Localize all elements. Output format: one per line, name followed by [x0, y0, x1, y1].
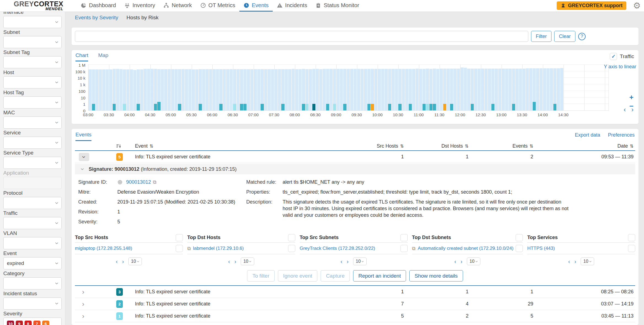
traffic-checkbox[interactable]: ✓ [610, 53, 617, 60]
pager-prev[interactable]: ‹ [228, 258, 230, 265]
nav-item-events[interactable]: Events [239, 0, 273, 12]
col-events[interactable]: Events⇅ [488, 143, 553, 149]
select-all-checkbox[interactable] [176, 234, 183, 241]
filter-select-traffic[interactable]: › [3, 217, 62, 229]
nav-item-ot-metrics[interactable]: OT Metrics [196, 0, 239, 12]
expand-row-chevron[interactable]: › [75, 312, 84, 320]
item-checkbox[interactable] [628, 245, 635, 252]
pager-prev[interactable]: ‹ [340, 258, 342, 265]
export-data-link[interactable]: Export data [575, 132, 600, 138]
top-item-link[interactable]: labmendel (172.29.10.6) [193, 246, 244, 251]
item-checkbox[interactable] [176, 245, 183, 252]
select-all-checkbox[interactable] [628, 234, 635, 241]
y-axis-linear-link[interactable]: Y axis to linear [604, 64, 636, 70]
chevron-down-icon: › [54, 142, 60, 144]
col-src-hosts[interactable]: Src Hosts⇅ [358, 143, 423, 149]
signature-id-link[interactable]: 900013012 [126, 179, 151, 185]
filter-select-incident-status[interactable]: › [3, 297, 62, 310]
pager-prev[interactable]: ‹ [116, 258, 118, 265]
chevron-down-icon: › [54, 21, 60, 23]
col-dst-hosts[interactable]: Dst Hosts⇅ [423, 143, 488, 149]
help-icon[interactable]: ? [578, 33, 586, 40]
pager-next[interactable]: › [122, 258, 124, 265]
item-checkbox[interactable] [516, 245, 523, 252]
filter-select-subnet[interactable]: › [3, 36, 62, 48]
pager-prev[interactable]: ‹ [568, 258, 570, 265]
show-more-details-button[interactable]: Show more details [409, 270, 463, 281]
filter-select-subnet-tag[interactable]: › [3, 56, 62, 68]
select-all-checkbox[interactable] [401, 234, 408, 241]
traffic-bar [202, 69, 205, 110]
support-button[interactable]: GREYCORTEX support [557, 1, 626, 10]
tab-events-by-severity[interactable]: Events by Severity [75, 15, 118, 21]
nav-item-dashboard[interactable]: Dashboard [77, 0, 120, 12]
page-size-select[interactable]: 10› [581, 258, 594, 265]
col-event[interactable]: Event⇅ [135, 143, 358, 149]
tab-chart[interactable]: Chart [75, 52, 88, 61]
preferences-link[interactable]: Preferences [608, 132, 635, 138]
pager-next[interactable]: › [461, 258, 462, 265]
filter-select-service[interactable]: › [3, 137, 62, 149]
nav-item-network[interactable]: Network [159, 0, 196, 12]
top-item-link[interactable]: Automatically created subnet (172.29.10.… [418, 246, 513, 251]
filter-select-severity[interactable]: 10987654321› [3, 318, 62, 325]
collapse-detail-icon[interactable]: › [79, 168, 86, 170]
select-all-checkbox[interactable] [516, 234, 523, 241]
top-item-link[interactable]: HTTPS (443) [527, 246, 555, 251]
page-size-select[interactable]: 10› [241, 258, 254, 265]
src-hosts-value: 1 [358, 154, 423, 160]
item-checkbox[interactable] [401, 245, 408, 252]
event-bar-severity-2 [199, 104, 202, 110]
chevron-down-icon: › [54, 162, 60, 164]
nav-item-inventory[interactable]: Inventory [120, 0, 159, 12]
nav-item-label: Incidents [285, 2, 307, 9]
copy-icon[interactable]: ⧉ [153, 179, 156, 185]
filter-input[interactable] [75, 31, 528, 42]
nav-item-incidents[interactable]: Incidents [273, 0, 311, 12]
select-all-checkbox[interactable] [288, 234, 295, 241]
event-name: Info: TLS expired server certificate [135, 154, 358, 160]
pager-prev[interactable]: ‹ [454, 258, 456, 265]
chart-pan-left[interactable]: ‹ [624, 106, 626, 113]
severity-badge-10: 10 [7, 321, 14, 325]
pager-next[interactable]: › [234, 258, 236, 265]
filter-select-mac[interactable]: › [3, 117, 62, 129]
x-tick-label: 13:30 [517, 112, 527, 117]
pager-next[interactable]: › [347, 258, 349, 265]
expand-row-chevron[interactable]: › [75, 288, 84, 296]
signature-strip[interactable]: › Signature: 900013012 (Information, cre… [75, 164, 635, 174]
filter-select-event[interactable]: expired› [3, 257, 62, 269]
filter-select-interface[interactable]: › [3, 16, 62, 28]
top-item-link[interactable]: GreyTrack Clients (172.28.252.0/22) [300, 246, 375, 251]
event-actions: To filterIgnore eventCaptureReport an in… [75, 270, 635, 281]
settings-gear-icon[interactable]: ⚙ [633, 1, 641, 10]
filter-select-host[interactable]: › [3, 76, 62, 88]
filter-select-category[interactable]: › [3, 277, 62, 289]
chart-zoom-in[interactable]: + [629, 94, 634, 101]
x-tick-label: 05:00 [166, 112, 176, 117]
nav-item-status-monitor[interactable]: Status Monitor [311, 0, 363, 12]
filter-select-protocol[interactable]: › [3, 197, 62, 209]
top-list-pager: ‹›10› [75, 254, 183, 269]
expand-row-chevron[interactable]: › [75, 300, 84, 308]
top-item-link[interactable]: miglaptop (172.28.255.148) [75, 246, 132, 251]
tab-events-table[interactable]: Events [75, 132, 91, 141]
filter-select-vlan[interactable]: › [3, 237, 62, 249]
filter-select-service-type[interactable]: › [3, 157, 62, 169]
page-size-select[interactable]: 10› [128, 258, 142, 265]
page-size-select[interactable]: 10› [467, 258, 480, 265]
report-an-incident-button[interactable]: Report an incident [353, 270, 406, 281]
sort-amount-icon[interactable] [116, 143, 135, 148]
nav-item-label: Inventory [132, 2, 155, 9]
pager-next[interactable]: › [574, 258, 576, 265]
tab-hosts-by-risk[interactable]: Hosts by Risk [126, 15, 158, 21]
clear-button[interactable]: Clear [554, 31, 575, 42]
collapse-row-button[interactable]: › [79, 153, 89, 161]
col-date[interactable]: Date⇅ [553, 143, 635, 149]
chart-pan-right[interactable]: › [631, 106, 634, 113]
tab-map[interactable]: Map [98, 52, 108, 61]
filter-select-host-tag[interactable]: › [3, 96, 62, 109]
filter-button[interactable]: Filter [531, 31, 551, 42]
item-checkbox[interactable] [288, 245, 295, 252]
page-size-select[interactable]: 10› [353, 258, 367, 265]
